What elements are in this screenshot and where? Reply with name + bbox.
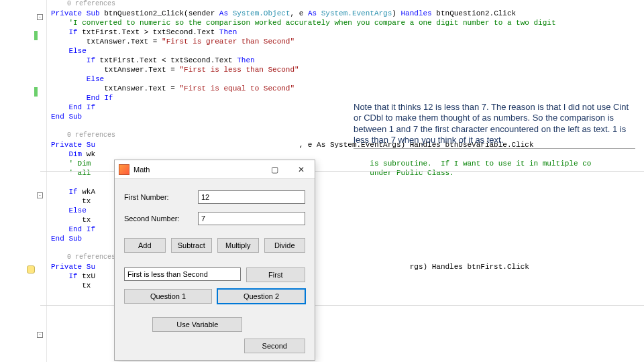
first-button[interactable]: First: [246, 267, 305, 282]
question2-button[interactable]: Question 2: [217, 289, 305, 304]
first-number-input[interactable]: [198, 190, 305, 204]
code-line: If txtFirst.Text > txtSecond.Text Then: [51, 28, 644, 38]
form-body: First Number: Second Number: Add Subtrac…: [115, 179, 315, 362]
app-icon: [119, 164, 129, 175]
editor-gutter: - - -: [0, 0, 47, 362]
change-marker-icon: [34, 31, 38, 40]
first-number-label: First Number:: [124, 193, 198, 201]
reference-count: 0 references: [67, 0, 644, 9]
collapse-toggle-icon[interactable]: -: [37, 14, 43, 20]
titlebar[interactable]: Math ▢ ✕: [115, 160, 315, 179]
code-line: If txtFirst.Text < txtSecond.Text Then: [51, 56, 644, 66]
divide-button[interactable]: Divide: [264, 238, 306, 253]
maximize-button[interactable]: ▢: [261, 160, 288, 179]
subtract-button[interactable]: Subtract: [171, 238, 213, 253]
code-line: Dim wk: [51, 150, 644, 160]
multiply-button[interactable]: Multiply: [217, 238, 259, 253]
maximize-icon: ▢: [271, 165, 278, 174]
question1-button[interactable]: Question 1: [124, 289, 212, 304]
code-line: Else: [51, 47, 644, 56]
second-number-label: Second Number:: [124, 215, 198, 223]
code-line: txtAnswer.Text = "First is equal to Seco…: [51, 84, 644, 94]
second-button[interactable]: Second: [244, 339, 306, 353]
collapse-toggle-icon[interactable]: -: [37, 332, 43, 338]
second-number-input[interactable]: [198, 212, 305, 225]
change-marker-icon: [34, 87, 38, 97]
window-title: Math: [133, 166, 261, 174]
math-form-window: Math ▢ ✕ First Number: Second Number: Ad…: [114, 160, 315, 361]
answer-output: First is less than Second: [124, 267, 241, 281]
close-button[interactable]: ✕: [288, 160, 315, 179]
collapse-toggle-icon[interactable]: -: [37, 192, 43, 198]
code-line: Else: [51, 75, 644, 84]
code-editor: - - - 0 references Private Sub btnQuesti…: [0, 0, 644, 362]
code-line: 'I converted to numeric so the compariso…: [51, 19, 644, 28]
slide-annotation: Note that it thinks 12 is less than 7. T…: [354, 102, 635, 149]
close-icon: ✕: [298, 165, 305, 174]
use-variable-button[interactable]: Use Variable: [152, 317, 242, 332]
code-line: txtAnswer.Text = "First is greater than …: [51, 38, 644, 47]
lightbulb-icon[interactable]: [27, 265, 35, 274]
code-line: txtAnswer.Text = "First is less than Sec…: [51, 66, 644, 75]
add-button[interactable]: Add: [124, 238, 166, 253]
code-line: Private Sub btnQuestion2_Click(sender As…: [51, 9, 644, 19]
